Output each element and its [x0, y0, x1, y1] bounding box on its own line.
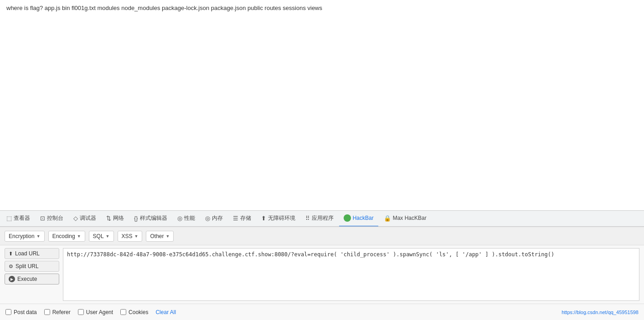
tab-memory[interactable]: ◎ 内存 — [201, 210, 227, 227]
sql-chevron-icon: ▼ — [106, 234, 110, 239]
tab-debugger[interactable]: ◇ 调试器 — [69, 210, 101, 227]
tab-memory-label: 内存 — [212, 214, 223, 222]
load-url-button[interactable]: Load URL — [5, 248, 59, 259]
accessibility-icon: ⬆ — [261, 215, 266, 222]
tab-apps[interactable]: ⠿ 应用程序 — [301, 210, 338, 227]
apps-icon: ⠿ — [305, 215, 310, 222]
tab-style-label: 样式编辑器 — [140, 214, 167, 222]
post-data-checkbox-item[interactable]: Post data — [5, 309, 37, 315]
split-url-icon — [9, 263, 13, 269]
sql-dropdown[interactable]: SQL ▼ — [89, 231, 114, 242]
tab-hackbar-label: HackBar — [353, 215, 374, 221]
dropdown-row: Encryption ▼ Encoding ▼ SQL ▼ XSS ▼ Othe… — [0, 227, 644, 245]
execute-button[interactable]: ▶ Execute — [5, 274, 59, 284]
tab-performance[interactable]: ◎ 性能 — [173, 210, 200, 227]
clear-all-button[interactable]: Clear All — [155, 309, 176, 315]
tab-console-label: 控制台 — [47, 214, 63, 222]
tab-accessibility-label: 无障碍环境 — [268, 214, 295, 222]
xss-dropdown[interactable]: XSS ▼ — [118, 231, 143, 242]
network-icon: ⇅ — [106, 215, 111, 222]
encryption-dropdown[interactable]: Encryption ▼ — [5, 231, 45, 242]
execute-play-icon: ▶ — [9, 276, 15, 282]
tab-inspector[interactable]: ⬚ 查看器 — [2, 210, 35, 227]
footer-credit-text: https://blog.csdn.net/qq_45951598 — [562, 310, 639, 315]
devtools-toolbar: ⬚ 查看器 ⊡ 控制台 ◇ 调试器 ⇅ 网络 {} 样式编辑器 ◎ 性能 ◎ 内… — [0, 210, 644, 227]
tab-performance-label: 性能 — [184, 214, 195, 222]
console-icon: ⊡ — [40, 215, 45, 222]
load-url-label: Load URL — [15, 250, 40, 257]
url-area: Load URL Split URL ▶ Execute — [0, 245, 644, 304]
inspector-icon: ⬚ — [6, 215, 12, 222]
checkbox-row: Post data Referer User Agent Cookies Cle… — [0, 304, 644, 320]
referer-checkbox-item[interactable]: Referer — [44, 309, 71, 315]
referer-checkbox[interactable] — [44, 309, 50, 315]
cookies-checkbox-item[interactable]: Cookies — [120, 309, 148, 315]
encryption-label: Encryption — [9, 233, 35, 239]
tab-storage[interactable]: ☰ 存储 — [228, 210, 256, 227]
xss-chevron-icon: ▼ — [134, 234, 139, 239]
post-data-label: Post data — [14, 309, 37, 315]
main-content: where is flag? app.js bin fl001g.txt mod… — [0, 0, 644, 210]
cookies-checkbox[interactable] — [120, 309, 126, 315]
other-chevron-icon: ▼ — [165, 234, 170, 239]
tab-hackbar[interactable]: HackBar — [339, 210, 378, 227]
debugger-icon: ◇ — [73, 215, 78, 222]
performance-icon: ◎ — [177, 215, 182, 222]
tab-inspector-label: 查看器 — [14, 214, 30, 222]
encryption-chevron-icon: ▼ — [36, 234, 41, 239]
referer-label: Referer — [52, 309, 71, 315]
cookies-label: Cookies — [129, 309, 148, 315]
tab-network[interactable]: ⇅ 网络 — [102, 210, 129, 227]
execute-label: Execute — [17, 276, 37, 282]
tab-maxhackbar[interactable]: 🔒 Max HacKBar — [379, 210, 431, 227]
tab-storage-label: 存储 — [240, 214, 251, 222]
tab-apps-label: 应用程序 — [312, 214, 334, 222]
page-output-text: where is flag? app.js bin fl001g.txt mod… — [6, 5, 322, 11]
tab-accessibility[interactable]: ⬆ 无障碍环境 — [257, 210, 300, 227]
memory-icon: ◎ — [205, 215, 210, 222]
other-label: Other — [150, 233, 164, 239]
user-agent-checkbox-item[interactable]: User Agent — [78, 309, 113, 315]
style-icon: {} — [134, 215, 138, 222]
tab-style-editor[interactable]: {} 样式编辑器 — [129, 210, 172, 227]
tab-network-label: 网络 — [113, 214, 124, 222]
other-dropdown[interactable]: Other ▼ — [146, 231, 174, 242]
lock-icon: 🔒 — [384, 215, 391, 222]
xss-label: XSS — [122, 233, 133, 239]
left-buttons: Load URL Split URL ▶ Execute — [5, 248, 59, 301]
storage-icon: ☰ — [233, 215, 238, 222]
split-url-label: Split URL — [15, 263, 39, 269]
tab-console[interactable]: ⊡ 控制台 — [36, 210, 68, 227]
sql-label: SQL — [93, 233, 104, 239]
split-url-button[interactable]: Split URL — [5, 261, 59, 272]
tab-debugger-label: 调试器 — [80, 214, 96, 222]
hackbar-logo-icon — [344, 214, 351, 222]
post-data-checkbox[interactable] — [5, 309, 11, 315]
encoding-dropdown[interactable]: Encoding ▼ — [48, 231, 85, 242]
url-input[interactable] — [63, 248, 639, 301]
hackbar-panel: Encryption ▼ Encoding ▼ SQL ▼ XSS ▼ Othe… — [0, 227, 644, 320]
load-url-icon — [9, 250, 13, 257]
encoding-label: Encoding — [52, 233, 75, 239]
user-agent-label: User Agent — [86, 309, 113, 315]
user-agent-checkbox[interactable] — [78, 309, 84, 315]
tab-maxhackbar-label: Max HacKBar — [393, 215, 427, 221]
encoding-chevron-icon: ▼ — [77, 234, 81, 239]
